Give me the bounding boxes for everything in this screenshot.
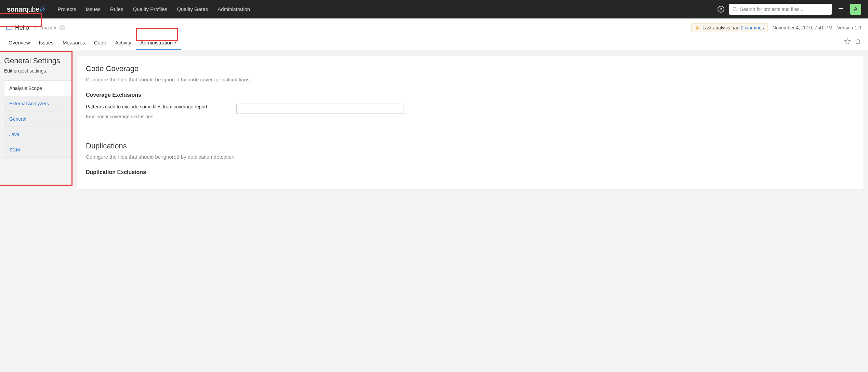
project-meta: Last analysis had 2 warnings November 4,… [691, 23, 861, 32]
project-header: Hello master Last analysis had 2 warning… [0, 18, 868, 50]
tab-administration[interactable]: Administration [136, 36, 181, 50]
add-branch-button[interactable] [60, 25, 65, 30]
sidebar-item-java[interactable]: Java [4, 127, 72, 142]
global-nav-items: Projects Issues Rules Quality Profiles Q… [53, 0, 255, 18]
tab-measures[interactable]: Measures [58, 36, 90, 50]
global-nav-right: ? A [718, 4, 861, 15]
field-coverage-exclusions: Patterns used to exclude some files from… [86, 104, 855, 119]
section-title: Code Coverage [86, 64, 855, 73]
tab-activity[interactable]: Activity [111, 36, 136, 50]
section-duplications: Duplications Configure the files that sh… [86, 142, 855, 175]
sidebar-item-scm[interactable]: SCM [4, 142, 72, 157]
subsection-title: Duplication Exclusions [86, 169, 855, 175]
home-icon[interactable] [854, 38, 861, 45]
tab-issues[interactable]: Issues [35, 36, 58, 50]
nav-quality-profiles[interactable]: Quality Profiles [128, 0, 172, 18]
tab-code[interactable]: Code [90, 36, 111, 50]
logo[interactable]: sonarqube [3, 5, 49, 13]
project-badge[interactable]: Hello [4, 24, 39, 32]
user-avatar[interactable]: A [850, 4, 861, 15]
global-search [729, 4, 832, 15]
logo-text: sonarqube [7, 5, 39, 13]
logo-arc-icon [40, 6, 46, 12]
star-icon[interactable] [844, 38, 851, 45]
warning-icon [695, 25, 700, 30]
field-description-wrap: Patterns used to exclude some files from… [86, 104, 216, 119]
sidebar-list: Analysis Scope External Analyzers Genera… [4, 80, 73, 158]
section-description: Configure the files that should be ignor… [86, 154, 855, 160]
global-nav: sonarqube Projects Issues Rules Quality … [0, 0, 868, 18]
nav-issues[interactable]: Issues [81, 0, 105, 18]
coverage-exclusions-input[interactable] [236, 104, 404, 114]
help-icon[interactable]: ? [718, 6, 724, 13]
sidebar-item-analysis-scope[interactable]: Analysis Scope [4, 81, 72, 96]
sidebar-title: General Settings [4, 56, 73, 65]
chevron-down-icon [174, 42, 177, 43]
svg-point-12 [697, 28, 698, 29]
analysis-warning[interactable]: Last analysis had 2 warnings [691, 23, 768, 32]
svg-point-6 [34, 25, 36, 27]
sidebar-subtitle: Edit project settings. [4, 68, 73, 74]
sidebar-item-external-analyzers[interactable]: External Analyzers [4, 96, 72, 111]
plus-icon [838, 5, 844, 12]
project-tab-actions [844, 38, 861, 48]
section-code-coverage: Code Coverage Configure the files that s… [86, 64, 855, 131]
project-header-row: Hello master Last analysis had 2 warning… [4, 23, 861, 32]
nav-rules[interactable]: Rules [105, 0, 128, 18]
nav-projects[interactable]: Projects [53, 0, 81, 18]
settings-main: Code Coverage Configure the files that s… [77, 56, 864, 189]
svg-line-1 [736, 10, 737, 11]
nav-quality-gates[interactable]: Quality Gates [172, 0, 213, 18]
warning-link[interactable]: 2 warnings [741, 25, 764, 30]
branch-name: master [42, 25, 57, 30]
section-title: Duplications [86, 142, 855, 150]
project-version: Version 1.0 [837, 25, 861, 30]
settings-sidebar: General Settings Edit project settings. … [4, 56, 73, 158]
search-icon [733, 7, 737, 12]
svg-point-0 [733, 7, 736, 10]
project-icon [6, 25, 12, 30]
analysis-timestamp: November 4, 2019, 7:41 PM [773, 25, 832, 30]
search-input[interactable] [729, 4, 832, 15]
field-description: Patterns used to exclude some files from… [86, 104, 216, 110]
create-button[interactable] [837, 5, 845, 14]
svg-rect-4 [6, 27, 12, 30]
branch-icon [34, 25, 37, 30]
nav-administration[interactable]: Administration [213, 0, 255, 18]
field-input-wrap [236, 104, 404, 117]
warning-text: Last analysis had 2 warnings [702, 25, 764, 30]
field-key: Key: sonar.coverage.exclusions [86, 114, 216, 119]
svg-point-7 [34, 29, 36, 30]
page-content: General Settings Edit project settings. … [0, 50, 868, 195]
tab-overview[interactable]: Overview [4, 36, 35, 50]
svg-rect-5 [6, 26, 12, 26]
project-name: Hello [15, 24, 29, 31]
field-divider [236, 117, 404, 117]
sidebar-item-general[interactable]: General [4, 111, 72, 127]
subsection-title: Coverage Exclusions [86, 92, 855, 98]
section-description: Configure the files that should be ignor… [86, 77, 855, 82]
project-tabs: Overview Issues Measures Code Activity A… [4, 36, 861, 50]
plus-small-icon [61, 26, 64, 29]
